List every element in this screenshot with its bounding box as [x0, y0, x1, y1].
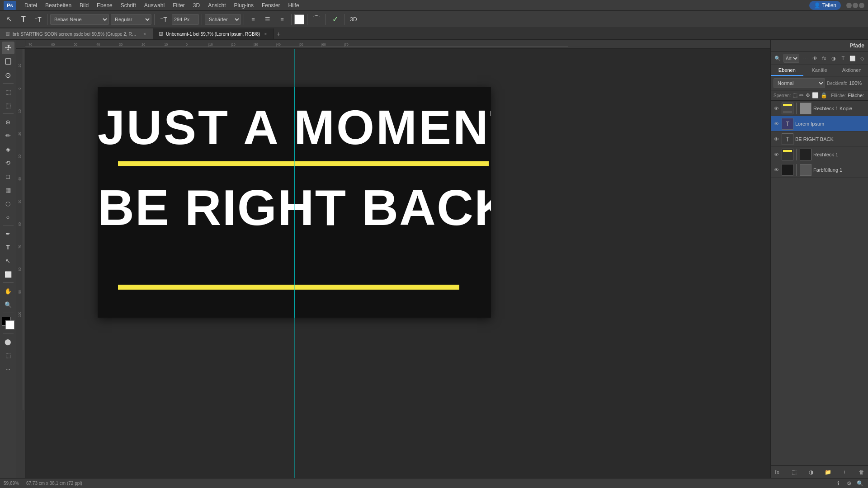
menu-bild[interactable]: Bild — [76, 1, 92, 9]
text-tool[interactable]: T — [2, 241, 14, 253]
tab-kanaele[interactable]: Kanäle — [803, 65, 836, 76]
svg-text:70: 70 — [18, 245, 21, 249]
menu-fenster[interactable]: Fenster — [258, 1, 284, 9]
warp-btn[interactable]: ⌒ — [310, 13, 323, 26]
heal-tool[interactable]: ⊕ — [2, 116, 14, 128]
move-tool[interactable] — [2, 42, 14, 54]
menu-schrift[interactable]: Schrift — [117, 1, 140, 9]
text-color-swatch[interactable] — [294, 14, 304, 24]
layer-item-3[interactable]: 👁 T BE RIGHT BACK — [771, 131, 868, 147]
lock-artboard-icon[interactable]: ⬜ — [812, 91, 819, 99]
blend-mode-select[interactable]: Normal — [774, 78, 825, 88]
3d-btn[interactable]: 3D — [347, 13, 360, 26]
dodge-tool[interactable]: ○ — [2, 211, 14, 223]
font-style-select[interactable]: Regular — [111, 14, 151, 25]
canvas-area[interactable]: -70 -60 -50 -40 -30 -20 -10 0 |10 |20 |3… — [16, 40, 770, 478]
add-group-btn[interactable]: 📁 — [823, 468, 832, 477]
layer-4-visibility[interactable]: 👁 — [773, 151, 780, 158]
lock-image-icon[interactable]: ✏ — [799, 91, 804, 99]
layer-shape-filter-icon[interactable]: ⬜ — [849, 54, 856, 62]
layer-search-icon[interactable]: 🔍 — [774, 54, 782, 62]
font-family-select[interactable]: Bebas Neue — [50, 14, 109, 25]
align-center-btn[interactable]: ☰ — [261, 13, 274, 26]
delete-layer-btn[interactable]: 🗑 — [857, 468, 866, 477]
menu-3d[interactable]: 3D — [189, 1, 203, 9]
align-left-btn[interactable]: ≡ — [247, 13, 259, 26]
layer-3-visibility[interactable]: 👁 — [773, 136, 780, 143]
zoom-tool[interactable]: 🔍 — [2, 298, 14, 311]
lock-transparent-icon[interactable]: ⬚ — [793, 91, 797, 99]
add-layer-style-btn[interactable]: fx — [773, 468, 782, 477]
menu-filter[interactable]: Filter — [169, 1, 189, 9]
right-panel: Pfade 🔍 Art ⋯ 👁 fx ◑ T ⬜ ◇ Ebenen Kanäle — [770, 40, 868, 478]
tab-2[interactable]: 🖼 Unbenannt-1 bei 59,7% (Lorem Ipsum, RG… — [153, 28, 274, 39]
status-info-btn[interactable]: ℹ — [834, 479, 843, 488]
tab-2-close[interactable]: × — [263, 31, 268, 37]
selection-tool[interactable] — [2, 55, 14, 68]
align-right-btn[interactable]: ≡ — [276, 13, 288, 26]
close-btn[interactable] — [859, 3, 864, 8]
tab-1-close[interactable]: × — [142, 31, 147, 37]
left-toolbox: ⊙ ⬚ ⬚ ⊕ ✏ ◈ ⟲ ◻ ▦ ◌ ○ ✒ T ↖ ⬜ ✋ 🔍 ⬤ ⬚ ··… — [0, 40, 16, 478]
quick-mask-tool[interactable]: ⬤ — [2, 335, 14, 348]
layer-2-visibility[interactable]: 👁 — [773, 120, 780, 127]
blur-tool[interactable]: ◌ — [2, 197, 14, 210]
fill-value[interactable]: Fläche: — [848, 93, 864, 98]
path-select-tool[interactable]: ↖ — [2, 254, 14, 267]
menu-ebene[interactable]: Ebene — [93, 1, 116, 9]
brush-tool[interactable]: ✏ — [2, 129, 14, 142]
menu-auswahl[interactable]: Auswahl — [141, 1, 168, 9]
menu-ansicht[interactable]: Ansicht — [204, 1, 229, 9]
layer-type-filter-icon[interactable]: T — [840, 54, 846, 62]
clone-tool[interactable]: ◈ — [2, 143, 14, 155]
minimize-btn[interactable] — [846, 3, 852, 8]
status-zoom-btn[interactable]: 🔍 — [855, 479, 864, 488]
layer-adj-filter-icon[interactable]: ◑ — [830, 54, 837, 62]
gradient-tool[interactable]: ▦ — [2, 183, 14, 196]
svg-text:-40: -40 — [95, 43, 100, 46]
tab-ebenen[interactable]: Ebenen — [771, 65, 803, 76]
add-adjustment-btn[interactable]: ◑ — [807, 468, 816, 477]
maximize-btn[interactable] — [853, 3, 858, 8]
lasso-tool[interactable]: ⊙ — [2, 69, 14, 81]
add-mask-btn[interactable]: ⬚ — [789, 468, 798, 477]
tab-1[interactable]: 🖼 brb STARTING SOON screen.psdc bei 50,5… — [0, 28, 153, 39]
sharpness-select[interactable]: Schärfer — [205, 14, 241, 25]
menu-bearbeiten[interactable]: Bearbeiten — [42, 1, 75, 9]
eyedropper-tool[interactable]: ⬚ — [2, 99, 14, 112]
screen-mode-tool[interactable]: ⬚ — [2, 349, 14, 361]
layer-smartobj-filter-icon[interactable]: ◇ — [859, 54, 865, 62]
lock-all-icon[interactable]: 🔒 — [821, 91, 827, 99]
share-button[interactable]: 👤 Teilen — [809, 1, 841, 10]
layer-1-visibility[interactable]: 👁 — [773, 105, 780, 112]
eraser-tool[interactable]: ◻ — [2, 170, 14, 183]
confirm-btn[interactable]: ✓ — [329, 13, 341, 26]
layer-5-visibility[interactable]: 👁 — [773, 166, 780, 174]
new-tab-btn[interactable]: + — [274, 28, 283, 39]
pen-tool[interactable]: ✒ — [2, 227, 14, 240]
layer-visibility-filter-icon[interactable]: 👁 — [811, 54, 818, 62]
layer-item-2[interactable]: 👁 T Lorem Ipsum — [771, 116, 868, 131]
text-orientation-btn[interactable]: ⁻T — [32, 13, 44, 26]
history-brush-tool[interactable]: ⟲ — [2, 156, 14, 169]
font-size-input[interactable] — [172, 14, 199, 25]
layer-type-filter[interactable]: Art — [783, 54, 799, 63]
opacity-value[interactable]: 100% — [849, 80, 865, 86]
menu-datei[interactable]: Datei — [21, 1, 41, 9]
tab-aktionen[interactable]: Aktionen — [835, 65, 868, 76]
shape-tool[interactable]: ⬜ — [2, 268, 14, 281]
crop-tool[interactable]: ⬚ — [2, 85, 14, 98]
hand-tool[interactable]: ✋ — [2, 285, 14, 297]
layer-fx-filter-icon[interactable]: fx — [821, 54, 828, 62]
lock-position-icon[interactable]: ✥ — [806, 91, 810, 99]
layer-filter-icon[interactable]: ⋯ — [802, 54, 809, 62]
menu-hilfe[interactable]: Hilfe — [285, 1, 303, 9]
background-color[interactable] — [5, 320, 14, 329]
new-layer-btn[interactable]: + — [840, 468, 849, 477]
layer-item-4[interactable]: 👁 Rechteck 1 — [771, 147, 868, 162]
extras-tool[interactable]: ··· — [2, 362, 14, 375]
layer-item-1[interactable]: 👁 Rechteck 1 Kopie — [771, 101, 868, 116]
menu-plugins[interactable]: Plug-ins — [231, 1, 257, 9]
status-settings-btn[interactable]: ⚙ — [844, 479, 854, 488]
layer-item-5[interactable]: 👁 Farbfüllung 1 — [771, 162, 868, 178]
